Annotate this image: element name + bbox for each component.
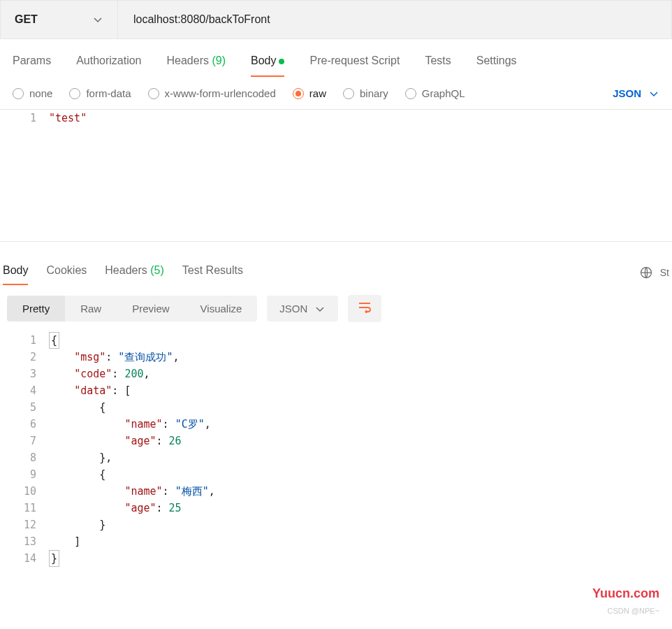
response-view-row: Pretty Raw Preview Visualize JSON	[0, 285, 672, 332]
tab-authorization[interactable]: Authorization	[76, 50, 141, 77]
resp-tab-cookies[interactable]: Cookies	[46, 260, 87, 285]
body-language-select[interactable]: JSON	[613, 87, 659, 99]
wrap-icon	[358, 302, 372, 313]
http-method-select[interactable]: GET	[1, 1, 118, 38]
body-type-form-data[interactable]: form-data	[69, 87, 131, 99]
radio-icon	[13, 88, 24, 99]
view-visualize[interactable]: Visualize	[185, 296, 258, 321]
tab-settings[interactable]: Settings	[476, 50, 517, 77]
wrap-lines-button[interactable]	[348, 295, 381, 322]
view-pretty[interactable]: Pretty	[7, 296, 65, 321]
globe-icon[interactable]	[639, 266, 653, 280]
radio-icon	[148, 88, 159, 99]
line-number: 1	[0, 110, 49, 126]
view-preview[interactable]: Preview	[117, 296, 184, 321]
body-type-row: none form-data x-www-form-urlencoded raw…	[0, 78, 672, 109]
view-raw[interactable]: Raw	[65, 296, 117, 321]
tab-body[interactable]: Body	[251, 50, 284, 77]
body-type-raw[interactable]: raw	[293, 87, 326, 99]
tab-prerequest[interactable]: Pre-request Script	[309, 50, 400, 77]
resp-tab-headers[interactable]: Headers (5)	[105, 260, 164, 285]
tab-tests[interactable]: Tests	[425, 50, 451, 77]
response-language-select[interactable]: JSON	[267, 296, 338, 321]
chevron-down-icon	[92, 14, 103, 25]
tab-headers[interactable]: Headers (9)	[167, 50, 226, 77]
response-meta: St	[639, 266, 669, 280]
response-tabs: Body Cookies Headers (5) Test Results St	[0, 250, 672, 285]
request-tabs: Params Authorization Headers (9) Body Pr…	[0, 39, 672, 78]
http-method-label: GET	[15, 13, 92, 26]
chevron-down-icon	[648, 88, 659, 99]
watermark-small: CSDN @NPE~	[608, 607, 659, 615]
radio-icon	[293, 88, 304, 99]
body-type-none[interactable]: none	[13, 87, 52, 99]
modified-dot-icon	[279, 59, 284, 64]
body-type-graphql[interactable]: GraphQL	[405, 87, 465, 99]
response-body-editor[interactable]: 1{ 2 "msg": "查询成功", 3 "code": 200, 4 "da…	[0, 332, 672, 567]
url-input[interactable]	[118, 13, 671, 26]
tab-params[interactable]: Params	[13, 50, 51, 77]
body-type-urlencoded[interactable]: x-www-form-urlencoded	[148, 87, 276, 99]
radio-icon	[343, 88, 354, 99]
chevron-down-icon	[314, 303, 326, 314]
body-type-binary[interactable]: binary	[343, 87, 388, 99]
request-body-editor[interactable]: 1 "test"	[0, 109, 672, 242]
resp-tab-body[interactable]: Body	[3, 260, 28, 285]
radio-icon	[69, 88, 80, 99]
radio-icon	[405, 88, 416, 99]
watermark: Yuucn.com	[592, 586, 659, 601]
request-url-bar: GET	[0, 0, 672, 39]
resp-tab-test-results[interactable]: Test Results	[182, 260, 243, 285]
view-mode-tabs: Pretty Raw Preview Visualize	[7, 296, 257, 321]
